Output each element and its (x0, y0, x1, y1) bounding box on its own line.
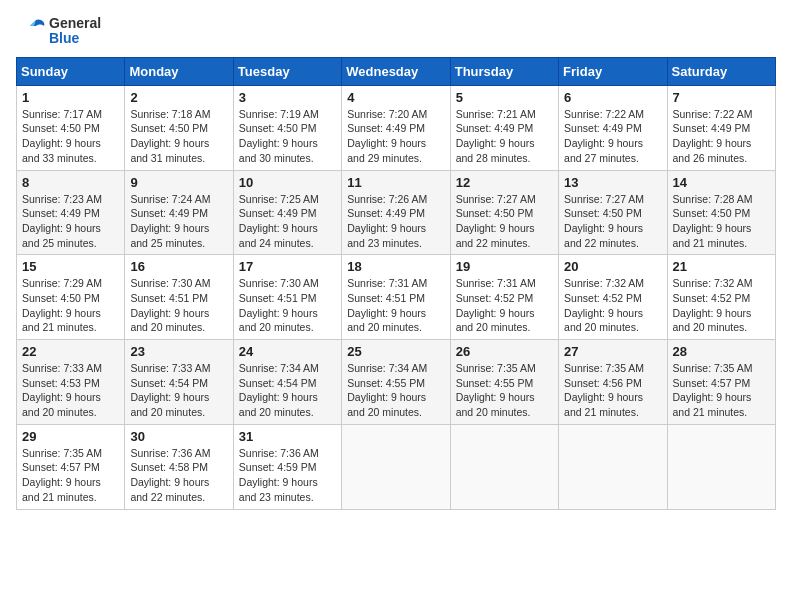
weekday-header-sunday: Sunday (17, 57, 125, 85)
calendar-day-cell: 27Sunrise: 7:35 AM Sunset: 4:56 PM Dayli… (559, 340, 667, 425)
calendar-day-cell: 9Sunrise: 7:24 AM Sunset: 4:49 PM Daylig… (125, 170, 233, 255)
day-info: Sunrise: 7:34 AM Sunset: 4:54 PM Dayligh… (239, 361, 336, 420)
day-number: 5 (456, 90, 553, 105)
day-info: Sunrise: 7:33 AM Sunset: 4:53 PM Dayligh… (22, 361, 119, 420)
day-number: 21 (673, 259, 770, 274)
day-info: Sunrise: 7:35 AM Sunset: 4:55 PM Dayligh… (456, 361, 553, 420)
calendar-day-cell: 5Sunrise: 7:21 AM Sunset: 4:49 PM Daylig… (450, 85, 558, 170)
day-number: 6 (564, 90, 661, 105)
day-number: 31 (239, 429, 336, 444)
day-info: Sunrise: 7:17 AM Sunset: 4:50 PM Dayligh… (22, 107, 119, 166)
calendar-day-cell: 2Sunrise: 7:18 AM Sunset: 4:50 PM Daylig… (125, 85, 233, 170)
day-number: 7 (673, 90, 770, 105)
day-info: Sunrise: 7:36 AM Sunset: 4:59 PM Dayligh… (239, 446, 336, 505)
calendar-day-cell: 23Sunrise: 7:33 AM Sunset: 4:54 PM Dayli… (125, 340, 233, 425)
calendar-day-cell: 1Sunrise: 7:17 AM Sunset: 4:50 PM Daylig… (17, 85, 125, 170)
day-number: 2 (130, 90, 227, 105)
calendar-day-cell: 29Sunrise: 7:35 AM Sunset: 4:57 PM Dayli… (17, 424, 125, 509)
calendar-day-cell: 4Sunrise: 7:20 AM Sunset: 4:49 PM Daylig… (342, 85, 450, 170)
weekday-header-friday: Friday (559, 57, 667, 85)
day-info: Sunrise: 7:33 AM Sunset: 4:54 PM Dayligh… (130, 361, 227, 420)
calendar-day-cell: 22Sunrise: 7:33 AM Sunset: 4:53 PM Dayli… (17, 340, 125, 425)
day-number: 10 (239, 175, 336, 190)
calendar-week-row: 15Sunrise: 7:29 AM Sunset: 4:50 PM Dayli… (17, 255, 776, 340)
logo: General Blue (16, 16, 101, 47)
day-number: 4 (347, 90, 444, 105)
day-number: 20 (564, 259, 661, 274)
day-info: Sunrise: 7:18 AM Sunset: 4:50 PM Dayligh… (130, 107, 227, 166)
day-number: 9 (130, 175, 227, 190)
day-info: Sunrise: 7:22 AM Sunset: 4:49 PM Dayligh… (564, 107, 661, 166)
day-info: Sunrise: 7:23 AM Sunset: 4:49 PM Dayligh… (22, 192, 119, 251)
calendar-day-cell: 19Sunrise: 7:31 AM Sunset: 4:52 PM Dayli… (450, 255, 558, 340)
day-info: Sunrise: 7:34 AM Sunset: 4:55 PM Dayligh… (347, 361, 444, 420)
calendar-day-cell: 28Sunrise: 7:35 AM Sunset: 4:57 PM Dayli… (667, 340, 775, 425)
day-number: 17 (239, 259, 336, 274)
day-info: Sunrise: 7:27 AM Sunset: 4:50 PM Dayligh… (456, 192, 553, 251)
calendar-day-cell: 10Sunrise: 7:25 AM Sunset: 4:49 PM Dayli… (233, 170, 341, 255)
calendar-day-cell: 16Sunrise: 7:30 AM Sunset: 4:51 PM Dayli… (125, 255, 233, 340)
day-info: Sunrise: 7:35 AM Sunset: 4:56 PM Dayligh… (564, 361, 661, 420)
day-info: Sunrise: 7:21 AM Sunset: 4:49 PM Dayligh… (456, 107, 553, 166)
day-number: 19 (456, 259, 553, 274)
logo-blue: Blue (49, 31, 101, 46)
day-info: Sunrise: 7:31 AM Sunset: 4:51 PM Dayligh… (347, 276, 444, 335)
weekday-header-thursday: Thursday (450, 57, 558, 85)
calendar-week-row: 1Sunrise: 7:17 AM Sunset: 4:50 PM Daylig… (17, 85, 776, 170)
calendar-day-cell: 11Sunrise: 7:26 AM Sunset: 4:49 PM Dayli… (342, 170, 450, 255)
day-info: Sunrise: 7:30 AM Sunset: 4:51 PM Dayligh… (239, 276, 336, 335)
day-number: 23 (130, 344, 227, 359)
day-number: 14 (673, 175, 770, 190)
day-info: Sunrise: 7:24 AM Sunset: 4:49 PM Dayligh… (130, 192, 227, 251)
calendar-week-row: 29Sunrise: 7:35 AM Sunset: 4:57 PM Dayli… (17, 424, 776, 509)
weekday-header-monday: Monday (125, 57, 233, 85)
day-number: 22 (22, 344, 119, 359)
calendar-day-cell (559, 424, 667, 509)
day-number: 13 (564, 175, 661, 190)
day-info: Sunrise: 7:32 AM Sunset: 4:52 PM Dayligh… (564, 276, 661, 335)
day-info: Sunrise: 7:26 AM Sunset: 4:49 PM Dayligh… (347, 192, 444, 251)
day-number: 24 (239, 344, 336, 359)
day-info: Sunrise: 7:31 AM Sunset: 4:52 PM Dayligh… (456, 276, 553, 335)
day-info: Sunrise: 7:19 AM Sunset: 4:50 PM Dayligh… (239, 107, 336, 166)
day-info: Sunrise: 7:29 AM Sunset: 4:50 PM Dayligh… (22, 276, 119, 335)
weekday-header-wednesday: Wednesday (342, 57, 450, 85)
calendar-day-cell (450, 424, 558, 509)
day-number: 1 (22, 90, 119, 105)
calendar-day-cell: 24Sunrise: 7:34 AM Sunset: 4:54 PM Dayli… (233, 340, 341, 425)
calendar-day-cell: 12Sunrise: 7:27 AM Sunset: 4:50 PM Dayli… (450, 170, 558, 255)
calendar-day-cell: 31Sunrise: 7:36 AM Sunset: 4:59 PM Dayli… (233, 424, 341, 509)
day-number: 25 (347, 344, 444, 359)
day-info: Sunrise: 7:35 AM Sunset: 4:57 PM Dayligh… (22, 446, 119, 505)
calendar-day-cell: 18Sunrise: 7:31 AM Sunset: 4:51 PM Dayli… (342, 255, 450, 340)
calendar-day-cell: 8Sunrise: 7:23 AM Sunset: 4:49 PM Daylig… (17, 170, 125, 255)
day-info: Sunrise: 7:35 AM Sunset: 4:57 PM Dayligh… (673, 361, 770, 420)
calendar-day-cell: 15Sunrise: 7:29 AM Sunset: 4:50 PM Dayli… (17, 255, 125, 340)
day-info: Sunrise: 7:36 AM Sunset: 4:58 PM Dayligh… (130, 446, 227, 505)
calendar-day-cell: 7Sunrise: 7:22 AM Sunset: 4:49 PM Daylig… (667, 85, 775, 170)
calendar-day-cell: 13Sunrise: 7:27 AM Sunset: 4:50 PM Dayli… (559, 170, 667, 255)
day-number: 29 (22, 429, 119, 444)
calendar-day-cell: 26Sunrise: 7:35 AM Sunset: 4:55 PM Dayli… (450, 340, 558, 425)
calendar-day-cell: 25Sunrise: 7:34 AM Sunset: 4:55 PM Dayli… (342, 340, 450, 425)
calendar-week-row: 8Sunrise: 7:23 AM Sunset: 4:49 PM Daylig… (17, 170, 776, 255)
day-number: 12 (456, 175, 553, 190)
calendar-day-cell: 17Sunrise: 7:30 AM Sunset: 4:51 PM Dayli… (233, 255, 341, 340)
calendar-day-cell: 20Sunrise: 7:32 AM Sunset: 4:52 PM Dayli… (559, 255, 667, 340)
calendar-day-cell: 14Sunrise: 7:28 AM Sunset: 4:50 PM Dayli… (667, 170, 775, 255)
page-header: General Blue (16, 16, 776, 47)
calendar-table: SundayMondayTuesdayWednesdayThursdayFrid… (16, 57, 776, 510)
day-number: 18 (347, 259, 444, 274)
calendar-day-cell (342, 424, 450, 509)
day-number: 3 (239, 90, 336, 105)
calendar-header-row: SundayMondayTuesdayWednesdayThursdayFrid… (17, 57, 776, 85)
day-number: 30 (130, 429, 227, 444)
day-info: Sunrise: 7:25 AM Sunset: 4:49 PM Dayligh… (239, 192, 336, 251)
day-number: 27 (564, 344, 661, 359)
day-info: Sunrise: 7:20 AM Sunset: 4:49 PM Dayligh… (347, 107, 444, 166)
day-info: Sunrise: 7:32 AM Sunset: 4:52 PM Dayligh… (673, 276, 770, 335)
calendar-week-row: 22Sunrise: 7:33 AM Sunset: 4:53 PM Dayli… (17, 340, 776, 425)
day-number: 26 (456, 344, 553, 359)
weekday-header-tuesday: Tuesday (233, 57, 341, 85)
day-info: Sunrise: 7:22 AM Sunset: 4:49 PM Dayligh… (673, 107, 770, 166)
